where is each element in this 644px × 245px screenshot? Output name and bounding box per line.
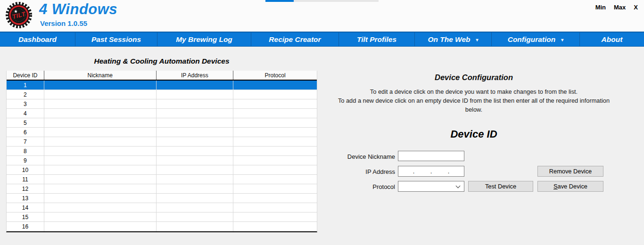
table-cell-ip_address[interactable] [157, 203, 234, 212]
table-row[interactable]: 1 [7, 81, 317, 90]
table-cell-id[interactable]: 14 [7, 203, 44, 212]
table-cell-nickname[interactable] [44, 175, 157, 184]
table-cell-nickname[interactable] [44, 203, 157, 212]
table-cell-protocol[interactable] [233, 99, 317, 108]
nav-item-tilt-profiles[interactable]: Tilt Profiles [339, 33, 415, 46]
nav-item-about[interactable]: About [580, 33, 644, 46]
table-row[interactable]: 8 [7, 147, 317, 156]
table-cell-nickname[interactable] [44, 109, 157, 118]
protocol-dropdown[interactable] [398, 181, 464, 192]
table-row[interactable]: 7 [7, 137, 317, 147]
table-cell-ip_address[interactable] [157, 109, 234, 118]
table-cell-nickname[interactable] [44, 222, 157, 231]
table-cell-protocol[interactable] [233, 128, 317, 137]
table-row[interactable]: 4 [7, 109, 317, 118]
table-cell-nickname[interactable] [44, 156, 157, 165]
table-cell-id[interactable]: 11 [7, 175, 44, 184]
table-cell-ip_address[interactable] [157, 81, 234, 90]
table-cell-ip_address[interactable] [157, 128, 234, 137]
table-cell-protocol[interactable] [233, 222, 317, 231]
table-row[interactable]: 6 [7, 128, 317, 137]
table-cell-id[interactable]: 13 [7, 194, 44, 203]
table-row[interactable]: 15 [7, 212, 317, 222]
table-cell-ip_address[interactable] [157, 99, 234, 108]
remove-device-button[interactable]: Remove Device [537, 166, 603, 177]
table-cell-nickname[interactable] [44, 194, 157, 203]
table-cell-ip_address[interactable] [157, 147, 234, 155]
table-cell-protocol[interactable] [233, 203, 317, 212]
device-table-body: 12345678910111213141516 [7, 81, 317, 231]
table-cell-nickname[interactable] [44, 81, 157, 90]
table-cell-id[interactable]: 15 [7, 212, 44, 221]
table-cell-id[interactable]: 8 [7, 147, 44, 155]
nav-label: About [602, 35, 623, 44]
table-cell-ip_address[interactable] [157, 175, 234, 184]
table-row[interactable]: 13 [7, 194, 317, 203]
table-cell-id[interactable]: 9 [7, 156, 44, 165]
table-cell-id[interactable]: 16 [7, 222, 44, 231]
table-cell-id[interactable]: 10 [7, 165, 44, 174]
table-cell-protocol[interactable] [233, 184, 317, 193]
nav-item-my-brewing-log[interactable]: My Brewing Log [157, 33, 251, 46]
table-cell-protocol[interactable] [233, 156, 317, 165]
table-row[interactable]: 12 [7, 184, 317, 194]
table-cell-protocol[interactable] [233, 147, 317, 155]
table-cell-protocol[interactable] [233, 118, 317, 127]
nav-item-on-the-web[interactable]: On The Web ▾ [415, 33, 492, 46]
table-cell-id[interactable]: 3 [7, 99, 44, 108]
table-cell-ip_address[interactable] [157, 194, 234, 203]
table-cell-ip_address[interactable] [157, 184, 234, 193]
nav-item-recipe-creator[interactable]: Recipe Creator [251, 33, 339, 46]
table-cell-protocol[interactable] [233, 212, 317, 221]
ip-mask-dot: . [430, 168, 432, 175]
table-cell-protocol[interactable] [233, 137, 317, 146]
table-cell-ip_address[interactable] [157, 137, 234, 146]
table-cell-nickname[interactable] [44, 212, 157, 221]
table-cell-ip_address[interactable] [157, 212, 234, 221]
table-cell-ip_address[interactable] [157, 90, 234, 99]
table-row[interactable]: 5 [7, 118, 317, 128]
table-row[interactable]: 10 [7, 165, 317, 175]
table-cell-id[interactable]: 12 [7, 184, 44, 193]
table-cell-nickname[interactable] [44, 137, 157, 146]
table-cell-id[interactable]: 4 [7, 109, 44, 118]
table-cell-protocol[interactable] [233, 175, 317, 184]
device-nickname-input[interactable] [398, 151, 464, 161]
table-cell-id[interactable]: 7 [7, 137, 44, 146]
maximize-button[interactable]: Max [614, 4, 626, 11]
table-cell-nickname[interactable] [44, 90, 157, 99]
table-cell-nickname[interactable] [44, 99, 157, 108]
table-cell-protocol[interactable] [233, 109, 317, 118]
table-cell-nickname[interactable] [44, 128, 157, 137]
table-cell-ip_address[interactable] [157, 222, 234, 231]
table-cell-nickname[interactable] [44, 118, 157, 127]
table-row[interactable]: 16 [7, 222, 317, 231]
table-cell-protocol[interactable] [233, 81, 317, 90]
table-cell-ip_address[interactable] [157, 165, 234, 174]
test-device-button[interactable]: Test Device [468, 181, 533, 192]
table-cell-id[interactable]: 5 [7, 118, 44, 127]
nav-item-configuration[interactable]: Configuration ▾ [492, 33, 580, 46]
nav-item-past-sessions[interactable]: Past Sessions [75, 33, 157, 46]
ip-address-input[interactable]: . . . [398, 166, 464, 177]
minimize-button[interactable]: Min [595, 4, 606, 11]
table-row[interactable]: 11 [7, 175, 317, 184]
table-row[interactable]: 3 [7, 99, 317, 109]
table-cell-id[interactable]: 2 [7, 90, 44, 99]
table-cell-protocol[interactable] [233, 194, 317, 203]
table-row[interactable]: 2 [7, 90, 317, 99]
table-cell-id[interactable]: 1 [7, 81, 44, 90]
save-device-button[interactable]: Save Device [537, 181, 603, 192]
table-cell-nickname[interactable] [44, 165, 157, 174]
close-button[interactable]: X [634, 4, 638, 11]
table-cell-ip_address[interactable] [157, 156, 234, 165]
table-cell-protocol[interactable] [233, 90, 317, 99]
table-cell-nickname[interactable] [44, 147, 157, 155]
table-cell-ip_address[interactable] [157, 118, 234, 127]
table-cell-nickname[interactable] [44, 184, 157, 193]
nav-item-dashboard[interactable]: Dashboard [0, 33, 75, 46]
table-row[interactable]: 9 [7, 156, 317, 165]
table-cell-protocol[interactable] [233, 165, 317, 174]
table-cell-id[interactable]: 6 [7, 128, 44, 137]
table-row[interactable]: 14 [7, 203, 317, 212]
